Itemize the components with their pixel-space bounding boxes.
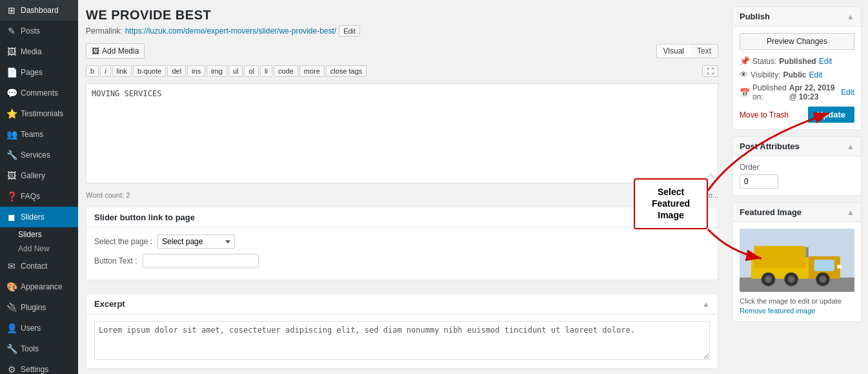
sidebar-item-posts[interactable]: ✎ Posts xyxy=(0,21,78,41)
settings-icon: ⚙ xyxy=(6,364,17,374)
published-row: 📅 Published on: Apr 22, 2019 @ 10:23 Edi… xyxy=(740,83,854,101)
sidebar-item-comments[interactable]: 💬 Comments xyxy=(0,83,78,103)
fmt-close-tags[interactable]: close tags xyxy=(326,65,367,77)
post-attributes-panel: Post Attributes ▲ Order xyxy=(732,136,862,196)
sidebar-item-pages[interactable]: 📄 Pages xyxy=(0,62,78,83)
order-input[interactable] xyxy=(740,174,778,189)
sidebar-item-services[interactable]: 🔧 Services xyxy=(0,145,78,165)
sidebar-item-faqs[interactable]: ❓ FAQs xyxy=(0,186,78,207)
slider-button-header[interactable]: Slider button link to page ▲ xyxy=(86,207,718,228)
users-icon: 👤 xyxy=(6,323,17,333)
publish-panel-content: Preview Changes 📌 Status: Published Edit… xyxy=(733,26,861,129)
faqs-icon: ❓ xyxy=(6,191,17,202)
slider-button-content: Select the page : Select page Home About… xyxy=(86,228,718,280)
order-label: Order xyxy=(740,163,854,172)
fullscreen-icon[interactable]: ⛶ xyxy=(702,65,718,77)
dashboard-icon: ⊞ xyxy=(6,5,17,16)
visibility-edit-link[interactable]: Edit xyxy=(809,70,822,79)
appearance-icon: 🎨 xyxy=(6,282,17,292)
fmt-ins[interactable]: ins xyxy=(187,65,205,77)
fmt-img[interactable]: img xyxy=(207,65,227,77)
sidebar-item-teams[interactable]: 👥 Teams xyxy=(0,124,78,145)
fmt-bold[interactable]: b xyxy=(86,65,99,77)
collapse-featured-icon[interactable]: ▲ xyxy=(847,208,854,217)
sidebar-item-plugins[interactable]: 🔌 Plugins xyxy=(0,297,78,318)
resize-handle-icon[interactable]: ⤡ xyxy=(709,171,715,180)
posts-icon: ✎ xyxy=(6,26,17,36)
sidebar-item-settings[interactable]: ⚙ Settings xyxy=(0,359,78,374)
right-panel: Publish ▲ Preview Changes 📌 Status: Publ… xyxy=(726,0,868,374)
collapse-publish-icon[interactable]: ▲ xyxy=(847,12,854,21)
permalink-link[interactable]: https://luzuk.com/demo/expert-movers/sli… xyxy=(125,26,336,36)
editor-content-area[interactable]: MOVING SERVICES ⤡ xyxy=(86,83,718,183)
fmt-li[interactable]: li xyxy=(260,65,272,77)
collapse-excerpt-icon[interactable]: ▲ xyxy=(702,300,710,309)
move-to-trash-link[interactable]: Move to Trash xyxy=(740,110,789,119)
status-label: Status: xyxy=(752,57,776,66)
sidebar-item-media[interactable]: 🖼 Media xyxy=(0,41,78,62)
svg-rect-5 xyxy=(814,260,834,271)
excerpt-textarea[interactable] xyxy=(94,321,710,360)
media-icon: 🖼 xyxy=(6,47,17,57)
sidebar-item-testimonials[interactable]: ⭐ Testimonials xyxy=(0,103,78,124)
pages-icon: 📄 xyxy=(6,67,17,78)
featured-image-container[interactable] xyxy=(740,229,854,294)
visibility-row: 👁 Visibility: Public Edit xyxy=(740,70,854,79)
visibility-icon: 👁 xyxy=(740,70,748,79)
published-edit-link[interactable]: Edit xyxy=(841,88,854,97)
sidebar-sub-add-new[interactable]: Add New xyxy=(0,242,78,256)
preview-changes-button[interactable]: Preview Changes xyxy=(740,33,854,50)
format-toolbar: b i link b-quote del ins img ul ol li co… xyxy=(86,65,718,77)
fmt-code[interactable]: code xyxy=(274,65,298,77)
sidebar-item-users[interactable]: 👤 Users xyxy=(0,318,78,338)
select-page-row: Select the page : Select page Home About… xyxy=(94,234,710,249)
post-attributes-header: Post Attributes ▲ xyxy=(733,137,861,156)
button-text-label: Button Text : xyxy=(94,256,137,265)
fmt-bquote[interactable]: b-quote xyxy=(133,65,166,77)
main-content: WE PROVIDE BEST Permalink: https://luzuk… xyxy=(78,0,726,374)
fmt-ul[interactable]: ul xyxy=(228,65,243,77)
sidebar-item-sliders[interactable]: ◼ Sliders xyxy=(0,207,78,227)
status-edit-link[interactable]: Edit xyxy=(819,57,833,66)
fmt-del[interactable]: del xyxy=(167,65,186,77)
collapse-attributes-icon[interactable]: ▲ xyxy=(847,142,854,151)
tab-text[interactable]: Text xyxy=(691,45,718,57)
fmt-more[interactable]: more xyxy=(299,65,325,77)
teams-icon: 👥 xyxy=(6,129,17,140)
plugins-icon: 🔌 xyxy=(6,302,17,313)
select-page-label: Select the page : xyxy=(94,237,152,246)
featured-image-svg[interactable] xyxy=(740,229,854,292)
excerpt-header[interactable]: Excerpt ▲ xyxy=(86,294,718,315)
gallery-icon: 🖼 xyxy=(6,171,17,181)
fmt-link[interactable]: link xyxy=(112,65,132,77)
excerpt-content xyxy=(86,315,718,368)
sidebar-item-tools[interactable]: 🔧 Tools xyxy=(0,338,78,359)
button-text-row: Button Text : xyxy=(94,254,710,268)
sidebar-item-gallery[interactable]: 🖼 Gallery xyxy=(0,165,78,186)
sidebar-item-contact[interactable]: ✉ Contact xyxy=(0,256,78,276)
button-text-input[interactable] xyxy=(143,254,259,268)
svg-point-11 xyxy=(820,276,827,283)
sidebar-item-dashboard[interactable]: ⊞ Dashboard xyxy=(0,0,78,21)
publish-panel-header: Publish ▲ xyxy=(733,7,861,26)
edit-permalink-button[interactable]: Edit xyxy=(339,25,360,37)
permalink-bar: Permalink: https://luzuk.com/demo/expert… xyxy=(86,25,718,37)
collapse-slider-icon[interactable]: ▲ xyxy=(702,213,710,222)
tab-visual[interactable]: Visual xyxy=(657,45,691,57)
add-media-button[interactable]: 🖼 Add Media xyxy=(86,43,145,59)
publish-footer: Move to Trash Update xyxy=(740,107,854,123)
fmt-ol[interactable]: ol xyxy=(244,65,259,77)
published-date: Apr 22, 2019 @ 10:23 xyxy=(789,83,839,101)
sidebar-sub-sliders[interactable]: Sliders xyxy=(0,227,78,242)
fmt-italic[interactable]: i xyxy=(100,65,110,77)
publish-panel: Publish ▲ Preview Changes 📌 Status: Publ… xyxy=(732,6,862,130)
visibility-label: Visibility: xyxy=(751,70,780,79)
status-icon: 📌 xyxy=(740,56,750,66)
status-value: Published xyxy=(779,57,816,66)
update-button[interactable]: Update xyxy=(808,107,854,123)
select-page-dropdown[interactable]: Select page Home About Contact Services xyxy=(157,234,235,249)
sidebar-item-appearance[interactable]: 🎨 Appearance xyxy=(0,276,78,297)
remove-featured-image-link[interactable]: Remove featured image xyxy=(740,307,854,315)
post-title-section: WE PROVIDE BEST Permalink: https://luzuk… xyxy=(86,8,718,37)
tools-icon: 🔧 xyxy=(6,344,17,354)
